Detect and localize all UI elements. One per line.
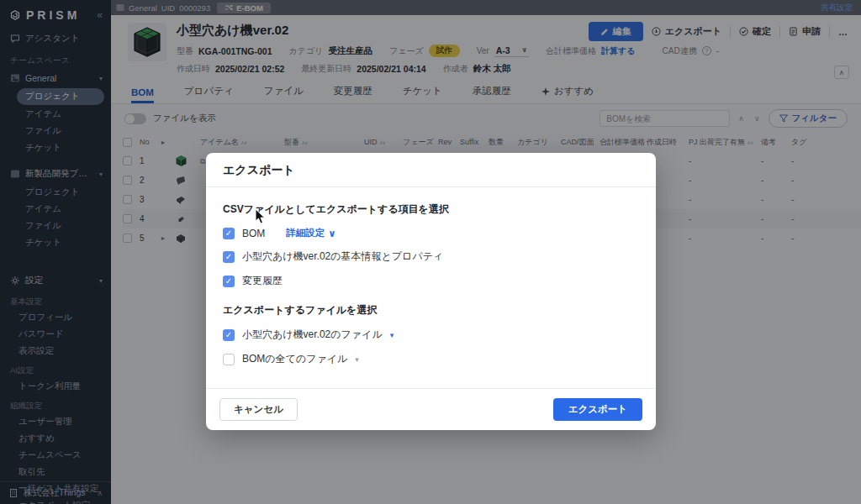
item-files-label: 小型穴あけ機ver.02のファイル	[242, 328, 383, 342]
modal-footer: キャンセル エクスポート	[206, 388, 656, 430]
bom-checkbox-label: BOM	[242, 228, 265, 239]
basic-info-checkbox[interactable]: ✓	[223, 251, 235, 263]
basic-info-label: 小型穴あけ機ver.02の基本情報とプロパティ	[242, 249, 443, 264]
modal-title: エクスポート	[206, 153, 656, 187]
bom-checkbox[interactable]: ✓	[223, 228, 235, 239]
detail-settings-link[interactable]: 詳細設定 ∨	[286, 227, 335, 239]
file-section-heading: エクスポートするファイルを選択	[223, 303, 639, 318]
checkbox-item-all-bom-files: BOMの全てのファイル ▾	[223, 352, 639, 366]
caret-down-icon[interactable]: ▾	[355, 355, 359, 364]
checkbox-item-bom: ✓ BOM 詳細設定 ∨	[223, 227, 639, 239]
checkbox-item-basic-info: ✓ 小型穴あけ機ver.02の基本情報とプロパティ	[223, 249, 639, 264]
change-history-label: 変更履歴	[242, 274, 283, 288]
checkbox-item-item-files: ✓ 小型穴あけ機ver.02のファイル ▾	[223, 328, 639, 342]
export-modal: エクスポート CSVファイルとしてエクスポートする項目を選択 ✓ BOM 詳細設…	[206, 153, 656, 430]
chevron-down-icon: ∨	[328, 228, 335, 239]
cancel-button[interactable]: キャンセル	[219, 398, 298, 421]
export-submit-button[interactable]: エクスポート	[553, 398, 642, 421]
checkbox-item-change-history: ✓ 変更履歴	[223, 274, 639, 288]
item-files-checkbox[interactable]: ✓	[223, 329, 235, 341]
all-bom-files-checkbox[interactable]	[223, 354, 235, 365]
caret-down-icon[interactable]: ▾	[390, 331, 394, 339]
csv-section-heading: CSVファイルとしてエクスポートする項目を選択	[223, 202, 639, 217]
all-bom-files-label: BOMの全てのファイル	[242, 352, 347, 366]
change-history-checkbox[interactable]: ✓	[223, 276, 235, 287]
